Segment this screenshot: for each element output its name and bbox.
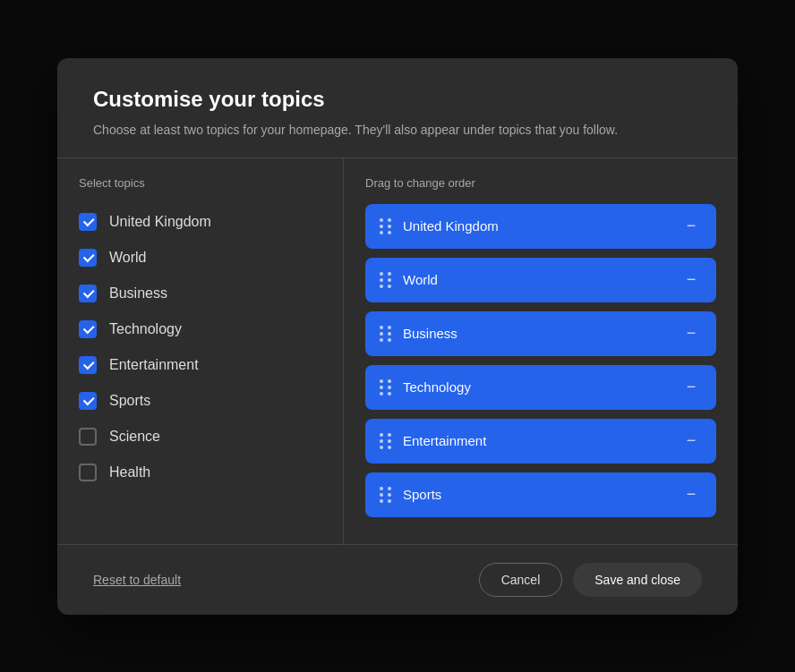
modal-title: Customise your topics	[93, 87, 702, 112]
modal-body: Select topics United KingdomWorldBusines…	[57, 157, 738, 544]
topic-item-business[interactable]: Business	[79, 276, 321, 311]
topic-item-technology[interactable]: Technology	[79, 311, 321, 347]
modal-footer: Reset to default Cancel Save and close	[57, 544, 738, 615]
drag-item-remove-3[interactable]: −	[680, 377, 702, 398]
drag-item-label-0: United Kingdom	[403, 218, 670, 234]
topic-label-health: Health	[109, 464, 150, 481]
footer-actions: Cancel Save and close	[479, 563, 702, 597]
topic-label-entertainment: Entertainment	[109, 357, 199, 373]
topic-label-united-kingdom: United Kingdom	[109, 214, 211, 230]
topic-item-world[interactable]: World	[79, 240, 321, 276]
checkbox-technology[interactable]	[79, 320, 97, 338]
drag-handle-icon	[380, 326, 392, 342]
drag-item-remove-2[interactable]: −	[680, 323, 702, 345]
checkbox-entertainment[interactable]	[79, 356, 97, 374]
drag-handle-icon	[380, 272, 392, 288]
customize-topics-modal: Customise your topics Choose at least tw…	[57, 58, 738, 615]
topic-label-science: Science	[109, 429, 160, 445]
drag-item-label-2: Business	[403, 326, 670, 341]
drag-order-heading: Drag to change order	[365, 176, 716, 190]
checkbox-business[interactable]	[79, 285, 97, 302]
drag-order-panel: Drag to change order United Kingdom−Worl…	[344, 158, 738, 544]
drag-item-remove-1[interactable]: −	[680, 269, 702, 291]
drag-item-2[interactable]: Business−	[365, 311, 716, 356]
modal-subtitle: Choose at least two topics for your home…	[93, 121, 702, 140]
save-close-button[interactable]: Save and close	[573, 563, 702, 597]
drag-item-remove-5[interactable]: −	[680, 484, 702, 506]
reset-default-button[interactable]: Reset to default	[93, 573, 181, 587]
topic-item-science[interactable]: Science	[79, 419, 321, 455]
cancel-button[interactable]: Cancel	[479, 563, 563, 597]
topic-item-united-kingdom[interactable]: United Kingdom	[79, 204, 321, 240]
drag-item-3[interactable]: Technology−	[365, 365, 716, 410]
checkbox-sports[interactable]	[79, 392, 97, 410]
drag-handle-icon	[380, 379, 392, 396]
drag-handle-icon	[380, 218, 392, 234]
drag-item-0[interactable]: United Kingdom−	[365, 204, 716, 249]
checkbox-health[interactable]	[79, 464, 97, 481]
drag-item-label-3: Technology	[403, 379, 670, 395]
drag-item-label-4: Entertainment	[403, 433, 670, 448]
topic-label-world: World	[109, 250, 147, 266]
drag-handle-icon	[380, 487, 392, 503]
drag-item-remove-4[interactable]: −	[680, 430, 702, 452]
select-topics-panel: Select topics United KingdomWorldBusines…	[57, 158, 344, 544]
topic-label-sports: Sports	[109, 393, 150, 409]
modal-header: Customise your topics Choose at least tw…	[57, 58, 738, 157]
drag-item-1[interactable]: World−	[365, 258, 716, 302]
drag-item-4[interactable]: Entertainment−	[365, 419, 716, 464]
drag-item-label-5: Sports	[403, 487, 670, 502]
topic-checkboxes-list: United KingdomWorldBusinessTechnologyEnt…	[79, 204, 321, 490]
drag-item-remove-0[interactable]: −	[680, 216, 702, 237]
topic-item-health[interactable]: Health	[79, 455, 321, 490]
drag-items-list: United Kingdom−World−Business−Technology…	[365, 204, 716, 517]
drag-item-5[interactable]: Sports−	[365, 472, 716, 517]
drag-item-label-1: World	[403, 272, 670, 287]
checkbox-united-kingdom[interactable]	[79, 213, 97, 231]
checkbox-science[interactable]	[79, 428, 97, 446]
topic-item-entertainment[interactable]: Entertainment	[79, 347, 321, 383]
topic-item-sports[interactable]: Sports	[79, 383, 321, 419]
topic-label-technology: Technology	[109, 321, 182, 337]
topic-label-business: Business	[109, 285, 167, 302]
select-topics-heading: Select topics	[79, 176, 321, 190]
checkbox-world[interactable]	[79, 249, 97, 267]
drag-handle-icon	[380, 433, 392, 449]
